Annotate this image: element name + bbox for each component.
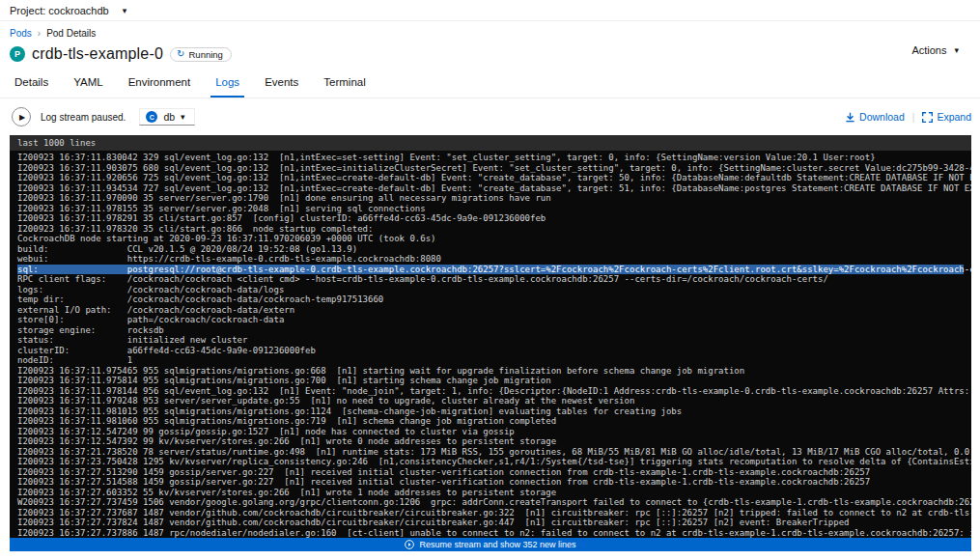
log-line: I200923 16:37:11.981015 955 sqlmigration…	[17, 406, 964, 417]
log-line: nodeID: 1	[17, 355, 964, 366]
log-line: clusterID: a66ffe4d-cc63-45dc-9a9e-09123…	[17, 346, 964, 356]
project-selector-dropdown[interactable]: Project: cockroachdb ▾	[10, 5, 126, 16]
masthead: Project: cockroachdb ▾	[0, 0, 980, 21]
tab-details[interactable]: Details	[10, 74, 53, 98]
log-line: temp dir: /cockroach/cockroach-data/cock…	[17, 294, 964, 305]
resume-banner-label: Resume stream and show 352 new lines	[419, 540, 575, 549]
chevron-down-icon: ▾	[954, 45, 959, 55]
play-circle-icon	[405, 540, 414, 549]
log-line: I200923 16:37:27.603352 55 kv/kvserver/s…	[17, 488, 964, 498]
log-stream-status-text: Log stream paused.	[41, 112, 126, 123]
log-line: build: CCL v20.1.5 @ 2020/08/24 19:52:08…	[17, 244, 964, 255]
tab-logs[interactable]: Logs	[210, 74, 244, 98]
log-viewer: last 1000 lines I200923 16:37:11.830042 …	[10, 135, 971, 551]
log-line: webui: https://crdb-tls-example-0.crdb-t…	[17, 254, 964, 265]
log-line: store[0]: path=/cockroach/cockroach-data	[17, 315, 964, 325]
log-line: I200923 16:37:11.978320 35 cli/start.go:…	[17, 224, 964, 235]
tab-environment[interactable]: Environment	[124, 74, 196, 98]
breadcrumb-pods-link[interactable]: Pods	[10, 28, 32, 39]
container-select-dropdown[interactable]: C db ▾	[139, 108, 194, 126]
page-title: crdb-tls-example-0	[32, 45, 163, 63]
log-line: I200923 16:37:11.978144 956 sql/event_lo…	[17, 386, 964, 397]
log-line: I200923 16:37:11.975814 955 sqlmigration…	[17, 376, 964, 386]
log-line: RPC client flags: /cockroach/cockroach <…	[17, 274, 964, 285]
log-line: I200923 16:37:11.830042 329 sql/event_lo…	[17, 153, 964, 163]
log-line: storage engine: rocksdb	[17, 325, 964, 336]
tab-yaml[interactable]: YAML	[69, 74, 107, 98]
log-lines[interactable]: I200923 16:37:11.830042 329 sql/event_lo…	[10, 151, 971, 538]
tab-bar: Details YAML Environment Logs Events Ter…	[0, 74, 980, 98]
log-line: W200923 16:37:27.737459 1506 vendor/goog…	[17, 497, 964, 508]
log-line: sql: postgresql://root@crdb-tls-example-…	[17, 265, 964, 275]
chevron-down-icon: ▾	[181, 112, 185, 122]
sync-icon: ↻	[177, 49, 184, 59]
container-select-value: db	[163, 111, 175, 123]
expand-icon	[922, 112, 933, 123]
log-line: I200923 16:37:11.979248 953 server/serve…	[17, 396, 964, 406]
log-controls: ▶ Log stream paused. C db ▾ Download | E…	[0, 98, 980, 135]
expand-label: Expand	[937, 111, 971, 123]
log-line-count-header: last 1000 lines	[10, 135, 971, 151]
log-line: I200923 16:37:23.750428 1295 kv/kvserver…	[17, 457, 964, 467]
tab-events[interactable]: Events	[260, 74, 303, 98]
project-selector-label: Project: cockroachdb	[10, 5, 109, 16]
expand-log-button[interactable]: Expand	[922, 111, 971, 123]
log-line: I200923 16:37:11.903075 680 sql/event_lo…	[17, 163, 964, 174]
page-header: Pods › Pod Details P crdb-tls-example-0 …	[0, 21, 980, 63]
chevron-down-icon: ▾	[123, 6, 127, 15]
breadcrumb-current: Pod Details	[46, 28, 96, 39]
log-line: I200923 16:37:27.737824 1487 vendor/gith…	[17, 518, 964, 528]
log-line: I200923 16:37:27.514588 1459 gossip/serv…	[17, 477, 964, 488]
log-line: I200923 16:37:11.934534 727 sql/event_lo…	[17, 183, 964, 194]
resume-log-stream-button[interactable]: ▶	[12, 107, 31, 126]
status-label: Running	[188, 49, 222, 60]
status-badge: ↻ Running	[170, 47, 232, 62]
breadcrumb: Pods › Pod Details	[10, 28, 961, 39]
log-line: external I/O path: /cockroach/cockroach-…	[17, 305, 964, 316]
log-line: I200923 16:37:11.978155 35 server/server…	[17, 204, 964, 214]
play-icon: ▶	[19, 113, 25, 122]
download-label: Download	[859, 111, 905, 123]
pod-resource-icon: P	[10, 46, 25, 62]
log-line: I200923 16:37:11.981060 955 sqlmigration…	[17, 416, 964, 427]
breadcrumb-separator: ›	[38, 28, 41, 39]
log-line: status: initialized new cluster	[17, 335, 964, 346]
log-line: CockroachDB node starting at 2020-09-23 …	[17, 234, 964, 244]
tab-terminal[interactable]: Terminal	[319, 74, 370, 98]
log-line: I200923 16:37:11.920656 725 sql/event_lo…	[17, 173, 964, 183]
actions-dropdown[interactable]: Actions ▾	[911, 44, 959, 56]
resume-stream-banner[interactable]: Resume stream and show 352 new lines	[10, 538, 971, 551]
log-line: I200923 16:37:27.513290 1459 gossip/serv…	[17, 467, 964, 478]
log-line: I200923 16:37:27.737687 1487 vendor/gith…	[17, 508, 964, 518]
log-line: logs: /cockroach/cockroach-data/logs	[17, 285, 964, 295]
link-divider: |	[912, 112, 915, 123]
log-line: I200923 16:37:21.738520 78 server/status…	[17, 447, 964, 458]
container-resource-icon: C	[146, 111, 157, 123]
download-log-button[interactable]: Download	[845, 111, 905, 123]
log-line: I200923 16:37:27.737886 1487 rpc/nodedia…	[17, 528, 964, 539]
log-line: I200923 16:37:11.975465 955 sqlmigration…	[17, 366, 964, 377]
log-line: I200923 16:37:11.978291 35 cli/start.go:…	[17, 213, 964, 224]
log-line: I200923 16:37:12.547249 99 gossip/gossip…	[17, 427, 964, 437]
log-line: I200923 16:37:12.547392 99 kv/kvserver/s…	[17, 436, 964, 447]
actions-label: Actions	[911, 44, 946, 56]
log-line: I200923 16:37:11.970090 35 server/server…	[17, 193, 964, 204]
download-icon	[845, 112, 855, 123]
